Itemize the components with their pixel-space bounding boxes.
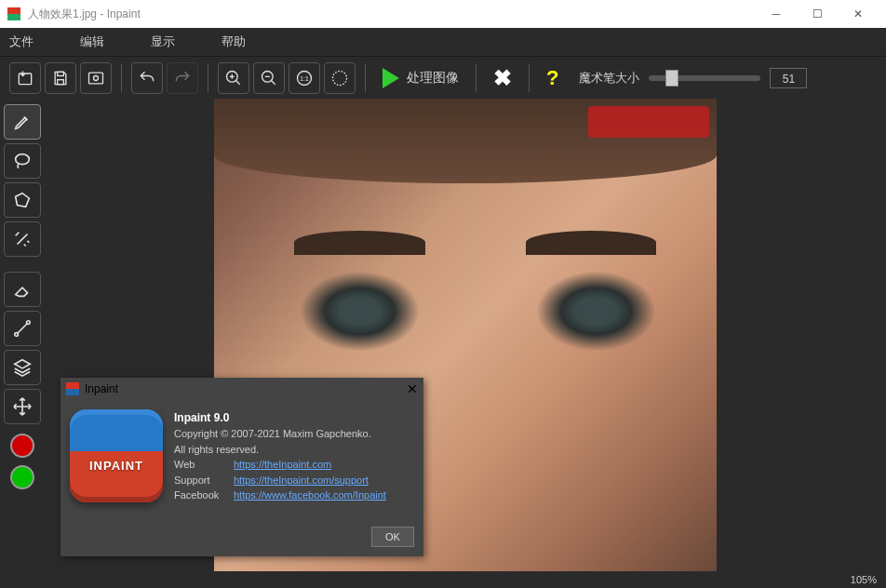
- brush-slider[interactable]: [649, 75, 760, 81]
- zoom-out-button[interactable]: [253, 62, 285, 94]
- cancel-button[interactable]: ✖: [486, 65, 519, 91]
- about-title-text: Inpaint: [85, 382, 118, 395]
- slider-thumb[interactable]: [665, 70, 678, 87]
- zoom-actual-button[interactable]: 1:1: [289, 62, 320, 94]
- brush-size-group: 魔术笔大小 51: [579, 68, 807, 88]
- about-product: Inpaint 9.0: [174, 411, 229, 424]
- preview-button[interactable]: [80, 62, 112, 94]
- menu-file[interactable]: 文件: [9, 33, 34, 50]
- svg-text:1:1: 1:1: [300, 74, 309, 81]
- magic-wand-tool[interactable]: [4, 221, 41, 257]
- menu-view[interactable]: 显示: [151, 33, 175, 50]
- marker-tool[interactable]: [4, 104, 41, 140]
- save-button[interactable]: [45, 62, 76, 94]
- facebook-link[interactable]: https://www.facebook.com/Inpaint: [234, 488, 386, 503]
- color-red[interactable]: [10, 434, 34, 458]
- web-label: Web: [174, 457, 226, 473]
- support-link[interactable]: https://theInpaint.com/support: [234, 473, 369, 488]
- support-label: Support: [174, 473, 226, 488]
- brush-label: 魔术笔大小: [579, 70, 639, 87]
- layers-tool[interactable]: [4, 350, 41, 385]
- about-rights: All rights reserved.: [174, 444, 259, 455]
- web-link[interactable]: https://theInpaint.com: [234, 457, 331, 473]
- about-titlebar[interactable]: Inpaint ✕: [60, 378, 423, 400]
- svg-rect-2: [58, 79, 64, 84]
- move-tool[interactable]: [4, 389, 41, 424]
- svg-point-4: [94, 75, 99, 80]
- main-toolbar: 1:1 处理图像 ✖ ? 魔术笔大小 51: [0, 56, 886, 99]
- window-titlebar: 人物效果1.jpg - Inpaint ─ ☐ ✕: [0, 0, 886, 28]
- menu-edit[interactable]: 编辑: [80, 33, 104, 50]
- line-tool[interactable]: [4, 311, 41, 346]
- watermark-selection: [588, 106, 709, 138]
- svg-rect-1: [58, 72, 64, 75]
- open-button[interactable]: [9, 62, 41, 94]
- about-logo: INPAINT: [70, 409, 163, 502]
- polygon-tool[interactable]: [4, 182, 41, 218]
- brush-value[interactable]: 51: [770, 68, 807, 88]
- about-text: Inpaint 9.0 Copyright © 2007-2021 Maxim …: [174, 409, 386, 503]
- about-copyright: Copyright © 2007-2021 Maxim Gapchenko.: [174, 428, 371, 439]
- eraser-tool[interactable]: [4, 272, 41, 307]
- svg-point-9: [333, 71, 347, 85]
- process-label: 处理图像: [407, 70, 459, 87]
- maximize-button[interactable]: ☐: [797, 0, 838, 28]
- about-dialog: Inpaint ✕ INPAINT Inpaint 9.0 Copyright …: [60, 378, 423, 556]
- color-green[interactable]: [10, 465, 34, 489]
- svg-rect-0: [19, 74, 31, 85]
- redo-button[interactable]: [167, 62, 198, 94]
- statusbar: 105%: [0, 571, 886, 588]
- zoom-fit-button[interactable]: [324, 62, 356, 94]
- about-ok-button[interactable]: OK: [371, 527, 414, 547]
- window-title: 人物效果1.jpg - Inpaint: [28, 7, 756, 22]
- play-icon: [383, 68, 399, 88]
- menubar: 文件 编辑 显示 帮助: [0, 28, 886, 56]
- undo-button[interactable]: [131, 62, 163, 94]
- menu-help[interactable]: 帮助: [222, 33, 246, 50]
- app-icon: [7, 7, 20, 20]
- close-button[interactable]: ✕: [838, 0, 879, 28]
- svg-point-10: [16, 154, 30, 165]
- about-app-icon: [66, 382, 79, 395]
- help-button[interactable]: ?: [539, 66, 566, 90]
- lasso-tool[interactable]: [4, 143, 41, 179]
- about-close-button[interactable]: ✕: [407, 381, 418, 396]
- zoom-level: 105%: [851, 574, 877, 585]
- side-toolbar: [0, 99, 45, 571]
- minimize-button[interactable]: ─: [756, 0, 797, 28]
- process-button[interactable]: 处理图像: [375, 68, 466, 88]
- facebook-label: Facebook: [174, 488, 226, 503]
- zoom-in-button[interactable]: [218, 62, 249, 94]
- svg-rect-3: [89, 73, 103, 84]
- color-picker: [4, 434, 41, 489]
